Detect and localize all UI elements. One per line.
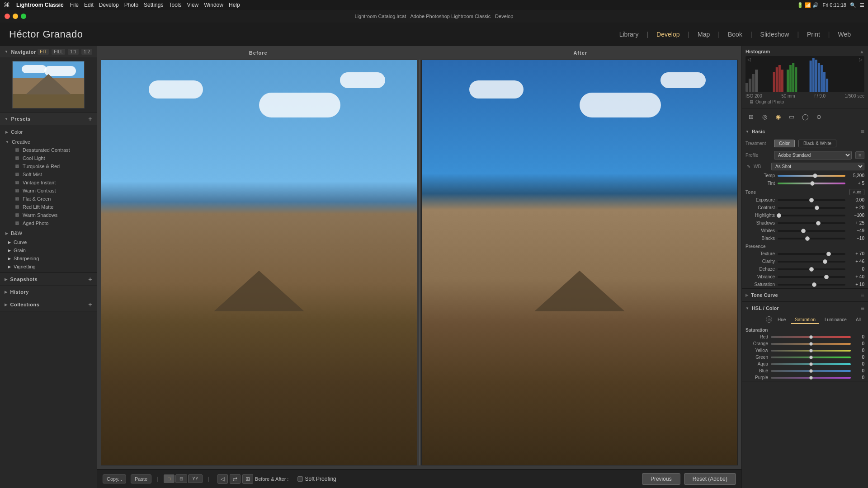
contrast-thumb[interactable]: [815, 206, 819, 210]
aqua-saturation-slider[interactable]: [771, 363, 851, 365]
clarity-thumb[interactable]: [823, 259, 827, 264]
wb-eyedropper-icon[interactable]: ✎: [745, 164, 752, 170]
menu-view[interactable]: View: [187, 2, 198, 8]
apple-icon[interactable]: ⌘: [4, 1, 10, 9]
preset-desaturated-contrast[interactable]: □ Desaturated Contrast: [4, 146, 97, 154]
preset-group-bw-header[interactable]: ▶ B&W: [0, 229, 97, 237]
highlights-slider[interactable]: [778, 215, 845, 216]
contrast-slider[interactable]: [778, 207, 845, 209]
ba-copy-btn[interactable]: ⊞: [242, 474, 253, 484]
tab-develop[interactable]: Develop: [648, 31, 688, 38]
profile-select[interactable]: Adobe Standard Adobe Landscape Adobe Por…: [774, 151, 852, 160]
dehaze-slider[interactable]: [778, 268, 845, 270]
tone-curve-header[interactable]: ▶ Tone Curve ≡: [742, 289, 868, 301]
menu-window[interactable]: Window: [204, 2, 223, 8]
texture-thumb[interactable]: [826, 252, 831, 256]
purple-sat-thumb[interactable]: [809, 376, 813, 380]
green-saturation-slider[interactable]: [771, 357, 851, 358]
tab-map[interactable]: Map: [689, 31, 718, 38]
preset-subgroup-curve[interactable]: ▶ Curve: [0, 238, 97, 246]
yellow-saturation-slider[interactable]: [771, 350, 851, 352]
menu-settings[interactable]: Settings: [144, 2, 163, 8]
search-icon[interactable]: 🔍: [850, 2, 856, 8]
preset-subgroup-vignetting[interactable]: ▶ Vignetting: [0, 263, 97, 271]
treatment-color-btn[interactable]: Color: [774, 140, 795, 147]
tab-book[interactable]: Book: [720, 31, 750, 38]
tab-web[interactable]: Web: [830, 31, 859, 38]
presets-header[interactable]: ▼ Presets +: [0, 113, 97, 125]
ba-swap-btn[interactable]: ⇄: [230, 474, 241, 484]
preset-subgroup-grain[interactable]: ▶ Grain: [0, 246, 97, 254]
blue-saturation-slider[interactable]: [771, 370, 851, 372]
snapshots-header[interactable]: ▶ Snapshots +: [0, 273, 97, 286]
hsl-tab-hue[interactable]: Hue: [774, 316, 789, 324]
navigator-header[interactable]: ▼ Navigator FIT FILL 1:1 1:2: [0, 46, 97, 57]
hist-clip-shadows[interactable]: ◁: [747, 57, 751, 62]
highlights-thumb[interactable]: [777, 213, 781, 218]
add-collection-button[interactable]: +: [88, 301, 92, 308]
preset-vintage-instant[interactable]: □ Vintage Instant: [4, 178, 97, 187]
preset-group-creative-header[interactable]: ▼ Creative: [0, 138, 97, 146]
aqua-sat-thumb[interactable]: [809, 362, 813, 366]
soft-proof-checkbox[interactable]: [297, 476, 303, 482]
collections-header[interactable]: ▶ Collections +: [0, 298, 97, 311]
exposure-thumb[interactable]: [809, 198, 814, 202]
orange-saturation-slider[interactable]: [771, 343, 851, 345]
wb-select[interactable]: As Shot Auto Daylight Cloudy: [771, 163, 864, 170]
adjustment-brush-tool[interactable]: ⊙: [813, 111, 824, 122]
temp-thumb[interactable]: [813, 174, 817, 178]
red-saturation-slider[interactable]: [771, 336, 851, 338]
exposure-slider[interactable]: [778, 199, 845, 201]
view-single[interactable]: □: [164, 474, 175, 483]
histogram-expand-icon[interactable]: ▲: [859, 49, 864, 54]
menu-develop[interactable]: Develop: [99, 2, 119, 8]
history-header[interactable]: ▶ History: [0, 286, 97, 298]
hist-clip-highlights[interactable]: ▷: [859, 57, 863, 62]
profile-browse-btn[interactable]: ≡: [855, 151, 864, 159]
before-photo-frame[interactable]: [101, 60, 417, 465]
whites-thumb[interactable]: [801, 229, 806, 233]
saturation-slider[interactable]: [778, 284, 845, 286]
hsl-tab-saturation[interactable]: Saturation: [791, 316, 819, 324]
preset-cool-light[interactable]: □ Cool Light: [4, 154, 97, 162]
green-sat-thumb[interactable]: [809, 356, 813, 359]
previous-button[interactable]: Previous: [642, 473, 680, 485]
maximize-button[interactable]: [21, 14, 26, 19]
graduated-filter-tool[interactable]: ▭: [786, 111, 797, 122]
preset-warm-shadows[interactable]: □ Warm Shadows: [4, 211, 97, 219]
zoom-fill[interactable]: FILL: [52, 49, 65, 55]
tab-print[interactable]: Print: [799, 31, 828, 38]
preset-red-lift-matte[interactable]: □ Red Lift Matte: [4, 203, 97, 211]
zoom-1-2[interactable]: 1:2: [81, 49, 92, 55]
tint-slider[interactable]: [778, 183, 845, 184]
tint-thumb[interactable]: [810, 181, 815, 186]
dehaze-thumb[interactable]: [809, 267, 814, 272]
tab-slideshow[interactable]: Slideshow: [752, 31, 797, 38]
vibrance-thumb[interactable]: [824, 275, 829, 279]
vibrance-slider[interactable]: [778, 276, 845, 278]
after-photo-frame[interactable]: [421, 60, 738, 465]
view-before-after[interactable]: YY: [188, 474, 202, 483]
view-split[interactable]: ⊟: [175, 474, 187, 483]
zoom-fit[interactable]: FIT: [38, 49, 49, 55]
red-eye-tool[interactable]: ◉: [773, 111, 783, 122]
temp-slider[interactable]: [778, 175, 845, 177]
close-button[interactable]: [5, 14, 10, 19]
shadows-thumb[interactable]: [816, 221, 821, 225]
whites-slider[interactable]: [778, 230, 845, 232]
preset-subgroup-sharpening[interactable]: ▶ Sharpening: [0, 254, 97, 263]
menu-edit[interactable]: Edit: [84, 2, 94, 8]
preset-soft-mist[interactable]: □ Soft Mist: [4, 170, 97, 178]
hsl-expand[interactable]: ≡: [861, 305, 864, 312]
preset-group-color-header[interactable]: ▶ Color: [0, 128, 97, 136]
zoom-1-1[interactable]: 1:1: [68, 49, 79, 55]
tone-auto-btn[interactable]: Auto: [849, 189, 864, 195]
crop-tool[interactable]: ⊞: [745, 111, 756, 122]
basic-expand[interactable]: ≡: [861, 128, 864, 135]
minimize-button[interactable]: [13, 14, 18, 19]
tab-library[interactable]: Library: [611, 31, 647, 38]
clarity-slider[interactable]: [778, 261, 845, 263]
blue-sat-thumb[interactable]: [809, 369, 813, 373]
preset-warm-contrast[interactable]: □ Warm Contrast: [4, 187, 97, 195]
menu-photo[interactable]: Photo: [124, 2, 138, 8]
